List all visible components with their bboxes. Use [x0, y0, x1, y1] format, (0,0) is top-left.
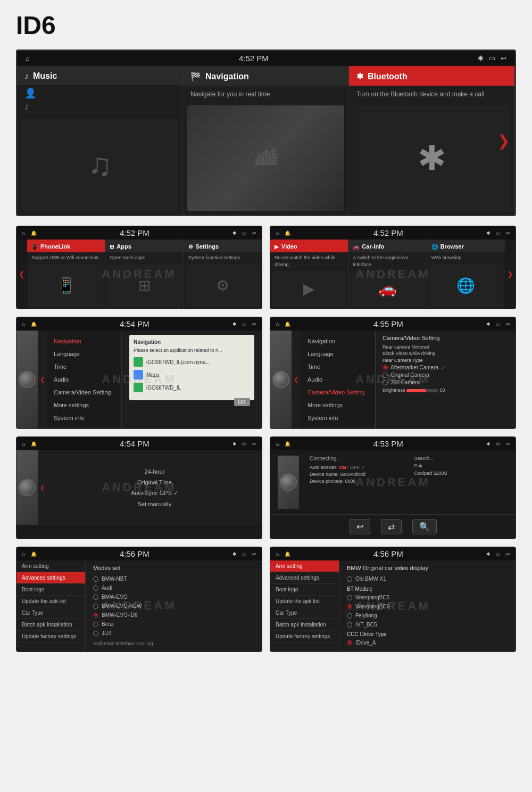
home-icon-r2r[interactable]: ⌂ — [276, 321, 279, 327]
ivt-bc5-radio[interactable] — [347, 622, 352, 628]
aftermarket-radio[interactable] — [383, 365, 388, 370]
bt-btn-swap[interactable]: ⇄ — [381, 519, 402, 534]
menu-item-language[interactable]: Language — [47, 348, 121, 360]
home-icon-r3l[interactable]: ⌂ — [22, 441, 26, 447]
win-icon-r1l[interactable]: ▭ — [242, 230, 247, 236]
wenqiang-bc6-radio[interactable] — [347, 604, 352, 609]
radio-audi[interactable] — [93, 585, 98, 591]
prev-arrow-r2l[interactable]: ❮ — [38, 331, 47, 428]
tile-bluetooth[interactable]: ✱ Bluetooth Turn on the Bluetooth device… — [349, 66, 515, 215]
radio-bmw-nbt[interactable] — [93, 576, 98, 582]
back-icon-r1r[interactable]: ↩ — [506, 230, 510, 236]
menu-item-camera[interactable]: Camera/Video Setting — [47, 386, 121, 399]
home-icon-r3r[interactable]: ⌂ — [276, 441, 279, 447]
radio-benz[interactable] — [93, 622, 98, 627]
menu-item-more[interactable]: More settings — [47, 399, 121, 411]
win-icon-r2r[interactable]: ▭ — [496, 321, 501, 327]
original-option[interactable]: Original Camera — [383, 372, 476, 378]
menu-item-more-r2r[interactable]: More settings — [301, 399, 375, 411]
prev-arrow-r1l[interactable]: ❮ — [16, 240, 27, 309]
tile-apps[interactable]: ⊞ Apps Open more apps ⊞ — [105, 240, 184, 309]
bt-btn-back[interactable]: ↩ — [350, 519, 370, 534]
ivt-bc5-option[interactable]: IVT_BC5 — [347, 620, 508, 629]
home-icon-r2l[interactable]: ⌂ — [22, 321, 26, 327]
home-icon-r4r[interactable]: ⌂ — [276, 551, 279, 557]
menu-car-type[interactable]: Car Type — [16, 607, 85, 619]
next-arrow-r1r[interactable]: ❯ — [505, 240, 516, 309]
radio-bmw-evo[interactable] — [93, 595, 98, 600]
old-bmw-option[interactable]: Old BMW X1 — [347, 574, 508, 583]
tile-settings[interactable]: ⚙ Settings System function settings ⚙ — [184, 240, 262, 309]
radio-jlr[interactable] — [93, 631, 98, 636]
menu-item-sysinfo-r2r[interactable]: System info — [301, 411, 375, 424]
menu-car-type-r4r[interactable]: Car Type — [270, 607, 339, 619]
win-icon-r4r[interactable]: ▭ — [496, 551, 501, 557]
wenqiang-bc5-option[interactable]: WenqiangBC5 — [347, 593, 508, 602]
mode-audi[interactable]: Audi — [93, 583, 254, 592]
home-icon[interactable]: ⌂ — [26, 54, 30, 62]
idrive-a-radio[interactable] — [347, 640, 352, 646]
home-icon-r1l[interactable]: ⌂ — [22, 230, 26, 236]
time-original[interactable]: Original Time — [56, 479, 253, 485]
menu-factory-settings[interactable]: Update factory settings — [16, 631, 85, 642]
mode-bmw-evo-id6[interactable]: BMW-EVO-ID6 — [93, 610, 254, 620]
menu-update-apk-r4r[interactable]: Update the apk list — [270, 596, 339, 607]
time-manual[interactable]: Set manually — [56, 501, 253, 507]
toggle-off[interactable]: OFF — [350, 465, 360, 470]
menu-boot-logo-r4r[interactable]: Boot logo — [270, 584, 339, 596]
idrive-a-option[interactable]: IDrive_A — [347, 638, 508, 647]
back-icon-r1l[interactable]: ↩ — [252, 230, 256, 236]
mode-benz[interactable]: Benz — [93, 620, 254, 629]
dialog-item-maps[interactable]: Maps — [134, 368, 250, 381]
home-icon-r1r[interactable]: ⌂ — [276, 230, 279, 236]
win-icon-r4l[interactable]: ▭ — [242, 551, 247, 557]
wenqiang-bc6-option[interactable]: WenqiangBC6 — [347, 602, 508, 611]
back-icon-r2r[interactable]: ↩ — [506, 321, 510, 327]
mode-bmw-evo-new[interactable]: BMW-EVO-NEW — [93, 601, 254, 610]
menu-batch-apk[interactable]: Batch apk installation — [16, 619, 85, 631]
feiyitong-option[interactable]: Feiyitong — [347, 611, 508, 620]
tile-carinfo[interactable]: 🚗 Car-Info A switch to the original car … — [348, 240, 427, 309]
bt-btn-search[interactable]: 🔍 — [412, 519, 437, 534]
prev-arrow-r2r[interactable]: ❮ — [292, 331, 301, 428]
menu-arm-setting-r4r[interactable]: Arm setting — [270, 560, 339, 572]
menu-item-sysinfo[interactable]: System info — [47, 411, 121, 424]
menu-item-time[interactable]: Time — [47, 360, 121, 373]
back-icon-r4r[interactable]: ↩ — [506, 551, 510, 557]
win-icon-r2l[interactable]: ▭ — [242, 321, 247, 327]
back-icon-r3l[interactable]: ↩ — [252, 441, 256, 447]
dialog-ok-btn[interactable]: OK — [234, 398, 250, 406]
menu-item-audio[interactable]: Audio — [47, 373, 121, 386]
back-icon-r3r[interactable]: ↩ — [506, 441, 510, 447]
menu-item-language-r2r[interactable]: Language — [301, 348, 375, 360]
time-autosync[interactable]: Auto-Sync GPS ✓ — [56, 490, 253, 497]
menu-update-apk[interactable]: Update the apk list — [16, 596, 85, 607]
win-icon-r3l[interactable]: ▭ — [242, 441, 247, 447]
tile-video[interactable]: ▶ Video Do not watch the video while dri… — [270, 240, 348, 309]
menu-item-camera-r2r[interactable]: Camera/Video Setting — [301, 386, 375, 399]
mode-bmw-nbt[interactable]: BMW-NBT — [93, 574, 254, 583]
menu-item-navigation-r2r[interactable]: Navigation — [301, 335, 375, 348]
aftermarket-option[interactable]: Aftermarket Camera ✓ — [383, 365, 476, 370]
prev-arrow-r3l[interactable]: ❮ — [38, 450, 47, 525]
tile-browser[interactable]: 🌐 Browser Web browsing 🌐 — [427, 240, 505, 309]
device-found[interactable]: Coolpad 5200S — [414, 471, 509, 476]
home-icon-r4l[interactable]: ⌂ — [22, 551, 26, 557]
window-icon[interactable]: ▭ — [489, 54, 495, 62]
old-bmw-radio[interactable] — [347, 576, 352, 582]
back-icon-r4l[interactable]: ↩ — [252, 551, 256, 557]
win-icon-r1r[interactable]: ▭ — [496, 230, 501, 236]
menu-advanced-settings[interactable]: Advanced settings — [16, 572, 85, 584]
next-arrow[interactable]: ❯ — [497, 132, 510, 150]
back-icon-r2l[interactable]: ↩ — [252, 321, 256, 327]
win-icon-r3r[interactable]: ▭ — [496, 441, 501, 447]
360-radio[interactable] — [383, 380, 388, 385]
menu-item-time-r2r[interactable]: Time — [301, 360, 375, 373]
wenqiang-bc5-radio[interactable] — [347, 595, 352, 600]
original-radio[interactable] — [383, 373, 388, 378]
tile-music[interactable]: ♪ Music 👤 ♪ ♫ — [17, 66, 183, 215]
tile-phonelink[interactable]: 📱 PhoneLink Support USB or Wifi connecti… — [27, 240, 105, 309]
radio-bmw-evo-new[interactable] — [93, 604, 98, 609]
mode-bmw-evo[interactable]: BMW-EVO — [93, 592, 254, 601]
dialog-item-igo2[interactable]: iGO687WD_IL — [134, 381, 250, 394]
